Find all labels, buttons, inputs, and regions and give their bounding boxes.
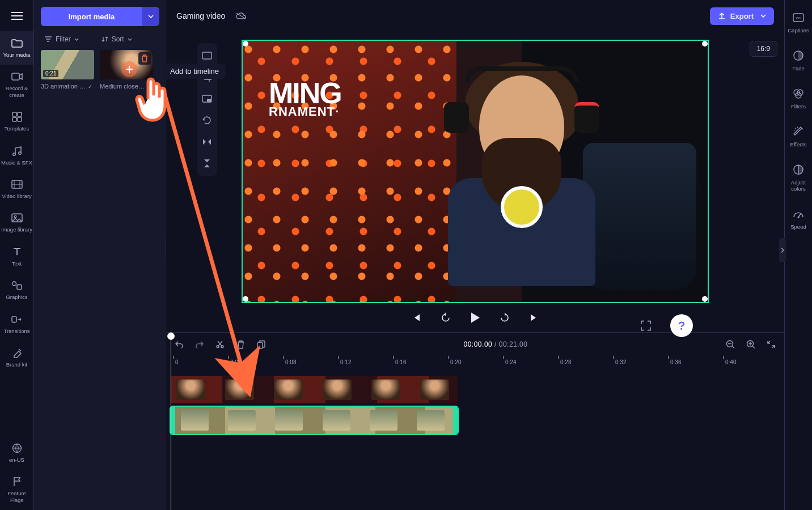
add-to-timeline-button[interactable] — [121, 61, 137, 77]
filters-icon — [792, 87, 805, 100]
zoom-out-button[interactable] — [725, 339, 735, 349]
timeline-ruler[interactable]: 00:040:080:120:160:200:240:280:320:360:4… — [171, 356, 784, 372]
prev-button[interactable] — [409, 310, 424, 325]
split-button[interactable] — [215, 339, 225, 349]
clip-trim-handle[interactable] — [453, 407, 458, 434]
clip-trim-handle[interactable] — [171, 407, 175, 434]
nav-label: Templates — [5, 125, 29, 132]
nav-left: Your media Record & create Templates Mus… — [0, 0, 34, 510]
nav-label: Feature Flags — [1, 490, 32, 503]
nav-text[interactable]: Text — [0, 240, 33, 273]
rnav-fade[interactable]: Fade — [785, 44, 812, 78]
timeline-clip[interactable] — [171, 376, 458, 403]
film-icon — [11, 178, 23, 191]
resize-handle[interactable] — [702, 41, 708, 47]
import-media-dropdown[interactable] — [142, 7, 159, 26]
nav-label: Image library — [1, 226, 32, 233]
svg-text:cc: cc — [796, 15, 801, 20]
hamburger-button[interactable] — [0, 0, 33, 31]
nav-video-library[interactable]: Video library — [0, 172, 33, 206]
nav-record[interactable]: Record & create — [0, 65, 33, 105]
ruler-tick: 0:32 — [615, 359, 626, 365]
nav-locale[interactable]: en-US — [0, 436, 33, 470]
ruler-tick: 0 — [175, 359, 179, 365]
nav-your-media[interactable]: Your media — [0, 31, 33, 65]
svg-point-35 — [798, 217, 800, 218]
media-thumbnail[interactable] — [100, 50, 153, 79]
nav-label: en-US — [9, 457, 24, 463]
duplicate-button[interactable] — [256, 339, 266, 349]
nav-graphics[interactable]: Graphics — [0, 273, 33, 307]
cloud-sync-icon[interactable] — [235, 12, 247, 20]
rnav-label: Fade — [792, 65, 805, 71]
effects-icon — [792, 125, 805, 138]
svg-rect-0 — [12, 73, 19, 80]
nav-transitions[interactable]: Transitions — [0, 307, 33, 341]
rnav-speed[interactable]: Speed — [785, 202, 812, 237]
pip-tool[interactable] — [200, 92, 214, 106]
import-media-button[interactable]: Import media — [41, 7, 142, 26]
rnav-adjust-colors[interactable]: Adjust colors — [785, 158, 812, 199]
play-button[interactable] — [468, 310, 483, 325]
flip-v-tool[interactable] — [200, 157, 214, 170]
help-button[interactable]: ? — [670, 314, 693, 337]
project-name[interactable]: Gaming video — [176, 11, 225, 20]
nav-label: Text — [12, 260, 22, 267]
fit-timeline-button[interactable] — [766, 339, 776, 349]
transitions-icon — [11, 313, 23, 326]
timeline-tracks — [171, 376, 780, 510]
svg-rect-2 — [18, 112, 22, 116]
filter-button[interactable]: Filter — [44, 35, 79, 43]
nav-image-library[interactable]: Image library — [0, 206, 33, 239]
ruler-tick: 0:12 — [340, 359, 351, 365]
rnav-label: Adjust colors — [786, 179, 811, 192]
rotate-tool[interactable] — [200, 113, 214, 127]
undo-button[interactable] — [174, 339, 184, 349]
media-item[interactable]: Medium close… — [100, 50, 153, 90]
rnav-label: Captions — [788, 27, 809, 33]
timeline-clip[interactable] — [171, 407, 458, 434]
brand-icon — [11, 347, 23, 359]
rnav-effects[interactable]: Effects — [785, 120, 812, 154]
nav-label: Record & create — [1, 85, 32, 98]
aspect-ratio-button[interactable]: 16:9 — [750, 41, 777, 57]
fit-tool[interactable] — [200, 49, 214, 62]
rnav-label: Filters — [791, 103, 806, 109]
nav-brand-kit[interactable]: Brand kit — [0, 341, 33, 374]
video-preview[interactable]: MING RNAMENT· — [242, 40, 709, 303]
nav-feature-flags[interactable]: Feature Flags — [0, 470, 33, 510]
text-icon — [11, 246, 23, 258]
redo-button[interactable] — [194, 339, 205, 349]
forward-button[interactable] — [497, 310, 512, 325]
resize-handle[interactable] — [243, 296, 248, 302]
flip-h-tool[interactable] — [200, 135, 214, 149]
rnav-filters[interactable]: Filters — [785, 82, 812, 116]
media-thumbnail[interactable]: 0:21 — [41, 50, 94, 79]
media-item[interactable]: 0:21 3D animation … ✓ — [41, 50, 94, 90]
next-button[interactable] — [527, 310, 542, 325]
playhead[interactable] — [171, 333, 171, 510]
nav-label: Video library — [2, 193, 32, 199]
ruler-tick: 0:36 — [670, 359, 681, 365]
resize-handle[interactable] — [702, 296, 708, 302]
add-to-timeline-tooltip: Add to timeline — [163, 64, 226, 79]
chevron-down-icon — [760, 14, 766, 18]
upload-icon — [718, 12, 726, 20]
rewind-button[interactable] — [438, 310, 453, 325]
fullscreen-button[interactable] — [641, 321, 651, 331]
resize-handle[interactable] — [243, 41, 248, 47]
sort-button[interactable]: Sort — [102, 35, 132, 43]
export-button[interactable]: Export — [710, 7, 774, 25]
image-icon — [11, 212, 23, 224]
ruler-tick: 0:20 — [450, 359, 461, 365]
nav-music[interactable]: Music & SFX — [0, 139, 33, 172]
media-grid: 0:21 3D animation … ✓ Medium clo — [41, 50, 159, 90]
zoom-in-button[interactable] — [746, 339, 756, 349]
nav-templates[interactable]: Templates — [0, 105, 33, 138]
collapse-right-panel[interactable] — [779, 238, 786, 262]
delete-media-button[interactable] — [138, 52, 151, 65]
rnav-captions[interactable]: cc Captions — [785, 6, 812, 40]
media-duration: 0:21 — [43, 70, 58, 77]
svg-point-9 — [12, 153, 15, 155]
delete-button[interactable] — [235, 339, 246, 349]
